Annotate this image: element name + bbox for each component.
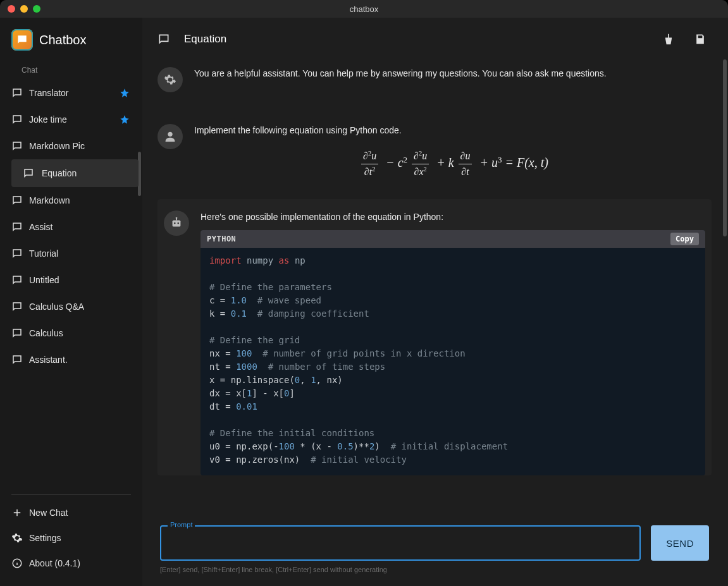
- sidebar-item-label: Equation: [42, 168, 77, 178]
- code-block: PYTHON Copy import numpy as np # Define …: [201, 230, 705, 475]
- plus-icon: [11, 507, 23, 518]
- svg-rect-4: [173, 220, 181, 226]
- chat-icon: [11, 140, 23, 152]
- system-message: You are a helpful assistant. You can hel…: [157, 59, 720, 106]
- about-button[interactable]: About (0.4.1): [0, 551, 142, 576]
- star-icon: [120, 88, 130, 98]
- conversation: You are a helpful assistant. You can hel…: [142, 59, 728, 516]
- chat-icon: [23, 168, 34, 179]
- sidebar-item-assist[interactable]: Assist: [0, 214, 142, 240]
- code-content: import numpy as np # Define the paramete…: [201, 248, 705, 475]
- chat-icon: [11, 274, 23, 286]
- gear-avatar-icon: [157, 67, 183, 92]
- sidebar-item-label: Untitled: [29, 275, 59, 285]
- send-button[interactable]: SEND: [651, 525, 709, 561]
- assistant-message: Here's one possible implementation of th…: [157, 199, 712, 475]
- sidebar-item-label: Calculus Q&A: [29, 302, 84, 312]
- info-icon: [11, 558, 23, 569]
- input-hint: [Enter] send, [Shift+Enter] line break, …: [160, 566, 709, 573]
- settings-label: Settings: [29, 533, 61, 543]
- main-panel: Equation You are a helpful assistant. Yo…: [142, 18, 728, 586]
- sidebar-item-label: Assist: [29, 222, 52, 232]
- chat-icon: [11, 327, 23, 339]
- system-message-text: You are a helpful assistant. You can hel…: [194, 67, 714, 92]
- sidebar-item-label: Markdown Pic: [29, 141, 85, 151]
- chat-icon: [157, 33, 170, 46]
- star-icon: [120, 114, 130, 125]
- user-avatar-icon: [157, 124, 183, 149]
- copy-code-button[interactable]: Copy: [670, 233, 699, 245]
- sidebar-section-label: Chat: [0, 62, 142, 80]
- assistant-intro-text: Here's one possible implementation of th…: [201, 211, 705, 224]
- code-language-label: PYTHON: [207, 233, 236, 245]
- app-window: chatbox Chatbox Chat Translator: [0, 0, 728, 586]
- sidebar-item-label: Calculus: [29, 328, 63, 338]
- sidebar-item-calculus[interactable]: Calculus: [0, 320, 142, 346]
- sidebar-item-label: Joke time: [29, 114, 67, 125]
- sidebar-item-untitled[interactable]: Untitled: [0, 267, 142, 293]
- conversation-scrollbar[interactable]: [723, 59, 727, 236]
- sidebar-item-label: Tutorial: [29, 248, 58, 259]
- window-title: chatbox: [350, 4, 379, 14]
- new-chat-label: New Chat: [29, 508, 68, 518]
- gear-icon: [11, 532, 23, 544]
- sidebar-item-tutorial[interactable]: Tutorial: [0, 240, 142, 267]
- traffic-lights: [8, 5, 40, 13]
- user-message-text: Implement the following equation using P…: [194, 124, 714, 137]
- clean-button[interactable]: [660, 30, 677, 48]
- app-logo-icon: [11, 29, 33, 51]
- input-area: Prompt SEND [Enter] send, [Shift+Enter] …: [142, 516, 728, 586]
- sidebar-item-label: Translator: [29, 88, 69, 98]
- about-label: About (0.4.1): [29, 558, 80, 568]
- settings-button[interactable]: Settings: [0, 525, 142, 551]
- svg-point-3: [168, 132, 172, 137]
- sidebar-item-label: Markdown: [29, 195, 70, 205]
- svg-point-5: [174, 222, 176, 224]
- chat-icon: [11, 195, 23, 206]
- svg-point-1: [23, 38, 24, 39]
- chat-icon: [11, 114, 23, 125]
- sidebar: Chatbox Chat Translator: [0, 18, 142, 586]
- minimize-window-button[interactable]: [20, 5, 28, 13]
- app-brand: Chatbox: [0, 29, 142, 62]
- user-message-body: Implement the following equation using P…: [194, 124, 714, 185]
- svg-point-6: [177, 222, 179, 224]
- sidebar-item-label: Assistant.: [29, 355, 68, 365]
- chat-icon: [11, 301, 23, 312]
- app-name: Chatbox: [39, 33, 87, 47]
- chat-list: Translator Joke time Markd: [0, 80, 142, 489]
- sidebar-item-assistant[interactable]: Assistant.: [0, 346, 142, 373]
- save-button[interactable]: [691, 30, 709, 48]
- sidebar-item-equation[interactable]: Equation: [11, 159, 139, 187]
- user-message: Implement the following equation using P…: [157, 106, 720, 199]
- main-header: Equation: [142, 18, 728, 59]
- code-header: PYTHON Copy: [201, 230, 705, 248]
- chat-icon: [11, 87, 23, 99]
- new-chat-button[interactable]: New Chat: [0, 500, 142, 525]
- equation-display: ∂2u∂t2 − c2 ∂2u∂x2 + k ∂u∂t + u3 = F(x, …: [194, 137, 714, 185]
- prompt-input[interactable]: [161, 527, 639, 557]
- sidebar-item-joke-time[interactable]: Joke time: [0, 106, 142, 133]
- chat-icon: [11, 248, 23, 259]
- assistant-message-body: Here's one possible implementation of th…: [201, 211, 705, 475]
- sidebar-item-markdown-pic[interactable]: Markdown Pic: [0, 133, 142, 159]
- chat-icon: [11, 221, 23, 233]
- sidebar-item-calculus-qa[interactable]: Calculus Q&A: [0, 293, 142, 320]
- titlebar: chatbox: [0, 0, 728, 18]
- prompt-field-wrap: Prompt: [160, 525, 641, 561]
- sidebar-item-translator[interactable]: Translator: [0, 80, 142, 106]
- close-window-button[interactable]: [8, 5, 15, 13]
- chat-icon: [11, 354, 23, 365]
- svg-point-0: [20, 38, 21, 39]
- svg-point-7: [176, 217, 178, 219]
- page-title: Equation: [184, 33, 226, 46]
- sidebar-item-markdown[interactable]: Markdown: [0, 187, 142, 214]
- maximize-window-button[interactable]: [33, 5, 40, 13]
- prompt-label: Prompt: [168, 521, 195, 528]
- bot-avatar-icon: [164, 211, 189, 236]
